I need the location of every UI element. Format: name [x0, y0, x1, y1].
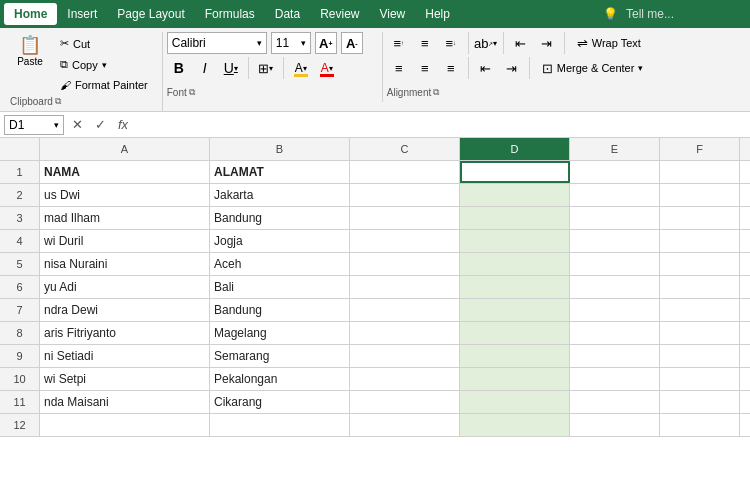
bold-button[interactable]: B: [167, 57, 191, 79]
cell[interactable]: [460, 253, 570, 275]
font-increase-button[interactable]: A+: [315, 32, 337, 54]
cell[interactable]: aris Fitriyanto: [40, 322, 210, 344]
cell[interactable]: [740, 345, 750, 367]
cell[interactable]: [350, 230, 460, 252]
formula-cancel-button[interactable]: ✕: [68, 115, 87, 134]
cell[interactable]: [350, 276, 460, 298]
cell[interactable]: [570, 230, 660, 252]
font-name-selector[interactable]: Calibri ▾: [167, 32, 267, 54]
align-bottom-button[interactable]: ≡↓: [439, 32, 463, 54]
cell[interactable]: [660, 207, 740, 229]
cell[interactable]: [350, 161, 460, 183]
cell[interactable]: [210, 414, 350, 436]
cell[interactable]: [350, 368, 460, 390]
cell[interactable]: Semarang: [210, 345, 350, 367]
cell[interactable]: [460, 207, 570, 229]
cell[interactable]: Bali: [210, 276, 350, 298]
cell[interactable]: [460, 414, 570, 436]
font-size-selector[interactable]: 11 ▾: [271, 32, 311, 54]
format-painter-button[interactable]: 🖌 Format Painter: [54, 76, 154, 94]
wrap-text-button[interactable]: ⇌ Wrap Text: [570, 33, 648, 54]
cell[interactable]: [570, 391, 660, 413]
cut-button[interactable]: ✂ Cut: [54, 34, 154, 53]
col-header-e[interactable]: E: [570, 138, 660, 160]
cell[interactable]: nda Maisani: [40, 391, 210, 413]
menu-item-review[interactable]: Review: [310, 3, 369, 25]
cell[interactable]: [660, 414, 740, 436]
cell[interactable]: [460, 184, 570, 206]
menu-item-data[interactable]: Data: [265, 3, 310, 25]
clipboard-expand-icon[interactable]: ⧉: [55, 96, 61, 107]
cell[interactable]: [660, 184, 740, 206]
cell[interactable]: nisa Nuraini: [40, 253, 210, 275]
cell[interactable]: [460, 368, 570, 390]
cell[interactable]: [570, 253, 660, 275]
cell[interactable]: [570, 299, 660, 321]
cell[interactable]: [460, 345, 570, 367]
align-left-button[interactable]: ≡: [387, 57, 411, 79]
cell[interactable]: [740, 230, 750, 252]
cell[interactable]: [570, 368, 660, 390]
cell[interactable]: [660, 368, 740, 390]
cell[interactable]: [460, 299, 570, 321]
cell[interactable]: [570, 345, 660, 367]
cell[interactable]: [660, 253, 740, 275]
menu-item-page-layout[interactable]: Page Layout: [107, 3, 194, 25]
cell[interactable]: [740, 253, 750, 275]
cell[interactable]: Pekalongan: [210, 368, 350, 390]
cell[interactable]: [660, 391, 740, 413]
cell[interactable]: [740, 368, 750, 390]
align-center-button[interactable]: ≡: [413, 57, 437, 79]
cell[interactable]: [350, 253, 460, 275]
font-expand-icon[interactable]: ⧉: [189, 87, 195, 98]
col-header-a[interactable]: A: [40, 138, 210, 160]
cell[interactable]: [660, 276, 740, 298]
cell[interactable]: [460, 161, 570, 183]
cell[interactable]: [660, 299, 740, 321]
formula-confirm-button[interactable]: ✓: [91, 115, 110, 134]
cell[interactable]: [740, 184, 750, 206]
align-middle-button[interactable]: ≡: [413, 32, 437, 54]
cell[interactable]: Bandung: [210, 207, 350, 229]
cell[interactable]: [350, 391, 460, 413]
cell[interactable]: Bandung: [210, 299, 350, 321]
alignment-expand-icon[interactable]: ⧉: [433, 87, 439, 98]
cell[interactable]: [350, 322, 460, 344]
cell[interactable]: us Dwi: [40, 184, 210, 206]
increase-indent-btn2[interactable]: ⇥: [500, 57, 524, 79]
col-header-d[interactable]: D: [460, 138, 570, 160]
col-header-b[interactable]: B: [210, 138, 350, 160]
copy-button[interactable]: ⧉ Copy ▾: [54, 55, 154, 74]
cell[interactable]: [740, 322, 750, 344]
col-header-c[interactable]: C: [350, 138, 460, 160]
cell[interactable]: [460, 230, 570, 252]
cell[interactable]: wi Setpi: [40, 368, 210, 390]
cell[interactable]: ndra Dewi: [40, 299, 210, 321]
cell[interactable]: [350, 345, 460, 367]
cell[interactable]: [740, 161, 750, 183]
fill-color-button[interactable]: A ▾: [289, 57, 313, 79]
cell[interactable]: yu Adi: [40, 276, 210, 298]
formula-fx-button[interactable]: fx: [114, 115, 132, 134]
font-decrease-button[interactable]: A-: [341, 32, 363, 54]
cell[interactable]: [460, 276, 570, 298]
cell[interactable]: [570, 161, 660, 183]
menu-item-help[interactable]: Help: [415, 3, 460, 25]
cell[interactable]: [570, 184, 660, 206]
formula-input[interactable]: [136, 115, 746, 135]
cell[interactable]: Jakarta: [210, 184, 350, 206]
cell[interactable]: [660, 322, 740, 344]
cell[interactable]: [460, 391, 570, 413]
cell[interactable]: mad Ilham: [40, 207, 210, 229]
cell[interactable]: [740, 207, 750, 229]
cell[interactable]: [350, 184, 460, 206]
italic-button[interactable]: I: [193, 57, 217, 79]
cell[interactable]: [740, 276, 750, 298]
cell[interactable]: Aceh: [210, 253, 350, 275]
tell-me-input[interactable]: [626, 7, 746, 21]
orientation-button[interactable]: ab↗ ▾: [474, 32, 498, 54]
cell[interactable]: [740, 299, 750, 321]
cell[interactable]: [350, 299, 460, 321]
cell[interactable]: Jogja: [210, 230, 350, 252]
cell[interactable]: [740, 414, 750, 436]
